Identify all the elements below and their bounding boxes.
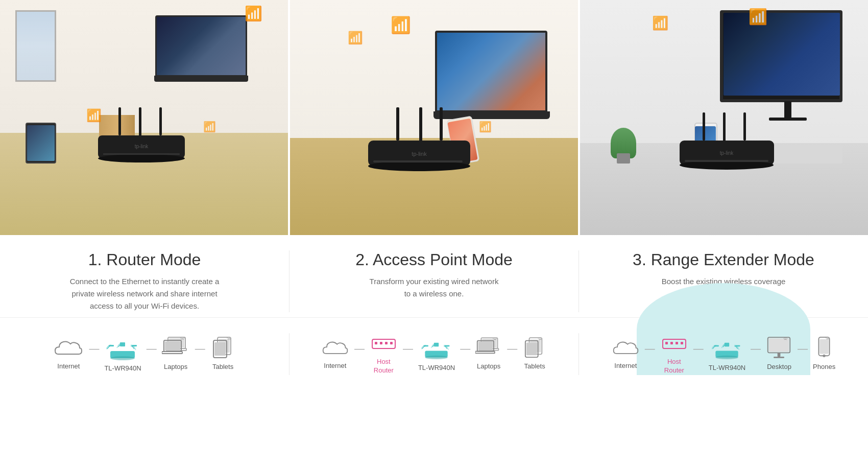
svg-point-65	[715, 356, 738, 359]
svg-rect-19	[685, 160, 768, 162]
svg-rect-39	[385, 342, 388, 344]
label-phones-3: Phones	[813, 363, 835, 371]
host-router-icon-2	[370, 333, 398, 354]
connector-2a: —	[354, 343, 365, 365]
image-panel-extender: tp-link 📶 📶	[578, 0, 868, 235]
svg-rect-12	[373, 160, 463, 162]
label-laptops-1: Laptops	[164, 363, 187, 371]
svg-rect-67	[769, 338, 789, 352]
svg-rect-0	[118, 107, 121, 135]
connector-1b: —	[147, 343, 157, 365]
tl-wr940n-icon-3	[712, 335, 742, 360]
label-internet-3: Internet	[614, 362, 637, 370]
diagram-item-router-1: TL-WR940N	[104, 335, 141, 373]
svg-rect-71	[820, 339, 829, 354]
svg-rect-16	[743, 112, 746, 141]
svg-rect-50	[478, 342, 493, 351]
tablets-icon-2	[522, 337, 547, 358]
svg-point-45	[425, 356, 447, 359]
diagram-item-desktop-3: Desktop	[766, 336, 792, 371]
svg-rect-55	[526, 343, 537, 356]
svg-rect-31	[162, 352, 182, 354]
svg-point-4	[98, 154, 185, 162]
host-router-icon-3	[660, 333, 688, 354]
svg-rect-57	[665, 342, 668, 344]
svg-rect-68	[778, 353, 781, 357]
svg-rect-40	[390, 342, 393, 344]
desktop-icon-3	[766, 336, 792, 359]
svg-rect-38	[380, 342, 382, 344]
svg-rect-35	[214, 342, 226, 356]
connector-3b: —	[693, 343, 704, 365]
label-host-router-3: HostRouter	[664, 358, 684, 375]
label-desktop-3: Desktop	[767, 363, 791, 371]
svg-rect-7	[396, 107, 399, 141]
laptops-icon-2	[475, 337, 502, 358]
connector-3a: —	[645, 343, 655, 365]
diagram-router-mode: Internet — TL-WR9	[0, 333, 289, 375]
label-laptops-2: Laptops	[477, 362, 500, 371]
diagram-item-internet-2: Internet	[321, 337, 349, 370]
diagram-item-tablets-2: Tablets	[522, 337, 547, 371]
svg-rect-8	[419, 107, 422, 144]
connector-2b: —	[403, 343, 413, 365]
mode-desc-router: Connect to the Ethernet to instantly cre…	[15, 275, 274, 312]
connector-3c: —	[751, 343, 761, 365]
cloud-icon-1	[53, 337, 84, 358]
tablets-icon-1	[210, 336, 236, 359]
connector-1c: —	[195, 343, 205, 365]
diagram-range-extender-mode: Internet — HostRouter —	[578, 333, 868, 375]
mode-section-router: 1. Router Mode Connect to the Ethernet t…	[0, 250, 289, 312]
svg-rect-59	[676, 342, 678, 344]
svg-rect-30	[165, 341, 180, 351]
phones-icon-3	[814, 336, 834, 359]
svg-text:tp-link: tp-link	[720, 150, 734, 156]
svg-text:tp-link: tp-link	[135, 144, 149, 149]
mode-section-access: 2. Access Point Mode Transform your exis…	[289, 250, 578, 312]
svg-rect-1	[139, 107, 141, 138]
svg-rect-9	[440, 107, 443, 141]
svg-rect-2	[159, 107, 162, 135]
diagram-item-router-3: TL-WR940N	[709, 335, 745, 373]
label-tablets-2: Tablets	[524, 362, 545, 371]
svg-rect-37	[375, 342, 377, 344]
svg-text:tp-link: tp-link	[412, 151, 427, 157]
diagram-item-internet-1: Internet	[53, 337, 84, 371]
svg-point-25	[110, 356, 135, 360]
label-tl-wr940n-1: TL-WR940N	[104, 364, 141, 373]
diagram-item-phones-3: Phones	[813, 336, 835, 371]
label-tl-wr940n-3: TL-WR940N	[709, 364, 745, 373]
label-host-router-2: HostRouter	[374, 358, 394, 375]
svg-rect-51	[475, 352, 495, 354]
image-panel-access: tp-link 📶 📶 📶	[288, 0, 578, 235]
diagram-item-host-router-3: HostRouter	[660, 333, 688, 375]
svg-rect-69	[774, 357, 784, 358]
image-panel-router: 📶 tp-link 📶 📶	[0, 0, 288, 235]
svg-rect-58	[670, 342, 673, 344]
svg-rect-14	[703, 112, 705, 141]
diagram-item-laptops-2: Laptops	[475, 337, 502, 371]
svg-rect-15	[723, 112, 726, 144]
label-internet-2: Internet	[324, 362, 346, 370]
mode-title-extender: 3. Range Extender Mode	[594, 250, 853, 269]
cloud-icon-3	[612, 337, 640, 358]
cloud-icon-2	[321, 337, 349, 358]
mode-title-router: 1. Router Mode	[15, 250, 274, 269]
tl-wr940n-icon-1	[106, 335, 139, 360]
diagram-item-host-router-2: HostRouter	[370, 333, 398, 375]
tl-wr940n-icon-2	[421, 335, 452, 360]
diagram-item-tablets-1: Tablets	[210, 336, 236, 371]
connector-1a: —	[89, 343, 99, 365]
images-row: 📶 tp-link 📶 📶	[0, 0, 868, 235]
label-tablets-1: Tablets	[212, 363, 233, 371]
diagram-item-laptops-1: Laptops	[162, 336, 190, 371]
label-internet-1: Internet	[57, 362, 80, 371]
svg-rect-5	[103, 153, 180, 155]
connector-2c: —	[460, 343, 470, 365]
diagrams-row: Internet — TL-WR9	[0, 318, 868, 385]
mode-title-access: 2. Access Point Mode	[305, 250, 563, 269]
diagram-item-internet-3: Internet	[612, 337, 640, 370]
laptops-icon-1	[162, 336, 190, 359]
diagram-item-router-2: TL-WR940N	[418, 335, 455, 373]
label-tl-wr940n-2: TL-WR940N	[418, 364, 455, 373]
